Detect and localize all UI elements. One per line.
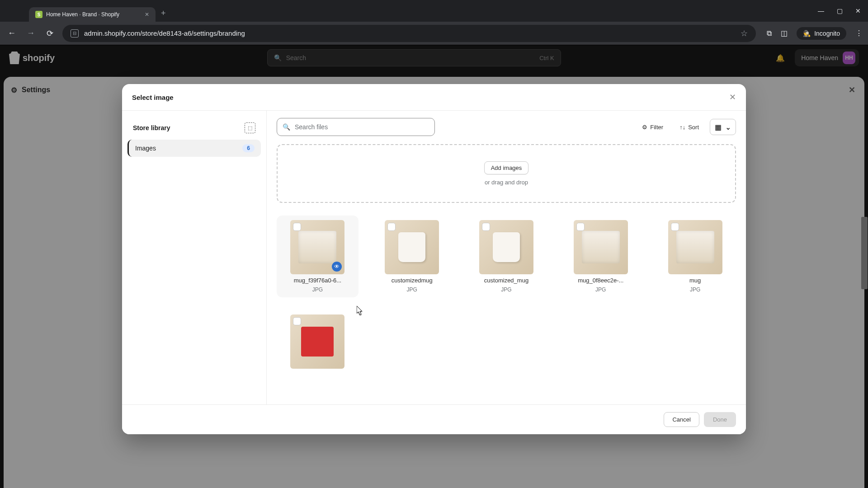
browser-menu-icon[interactable]: ⋮ xyxy=(855,29,863,38)
sort-label: Sort xyxy=(688,124,699,131)
address-bar: ← → ⟳ ⊟ admin.shopify.com/store/de8143-a… xyxy=(0,22,868,45)
library-main: 🔍 Search files ⚙ Filter ↑↓ Sort ▦ ⌄ xyxy=(267,111,746,404)
image-type: JPG xyxy=(501,286,511,293)
sort-icon: ↑↓ xyxy=(679,124,685,131)
filter-label: Filter xyxy=(650,124,663,131)
image-name: mug_f39f76a0-6... xyxy=(294,277,342,284)
modal-footer: Cancel Done xyxy=(122,404,746,434)
image-thumbnail[interactable] xyxy=(290,314,344,369)
chevron-down-icon: ⌄ xyxy=(725,123,731,131)
image-card[interactable]: 👁mug_f39f76a0-6...JPG xyxy=(277,216,359,297)
maximize-button[interactable]: ▢ xyxy=(837,7,843,14)
bookmark-icon[interactable]: ☆ xyxy=(741,28,748,38)
scrollbar-thumb[interactable] xyxy=(861,217,868,289)
view-toggle[interactable]: ▦ ⌄ xyxy=(710,119,736,135)
preview-icon[interactable]: 👁 xyxy=(332,262,342,272)
search-files-placeholder: Search files xyxy=(295,123,328,131)
thumbnail-image xyxy=(398,232,425,262)
image-count-badge: 6 xyxy=(242,144,255,152)
incognito-icon: 🕵 xyxy=(803,30,811,37)
media-sources-icon[interactable]: ⬚ xyxy=(245,122,255,133)
image-card[interactable] xyxy=(277,310,359,373)
search-files-input[interactable]: 🔍 Search files xyxy=(277,118,435,136)
page-scrollbar[interactable] xyxy=(861,45,868,488)
sidebar-item-images[interactable]: Images 6 xyxy=(127,140,261,157)
incognito-indicator[interactable]: 🕵 Incognito xyxy=(797,27,846,40)
image-card[interactable]: customized_mugJPG xyxy=(466,216,547,297)
grid-icon: ▦ xyxy=(715,123,722,131)
search-icon: 🔍 xyxy=(283,123,290,131)
thumbnail-image xyxy=(301,327,334,357)
dropzone[interactable]: Add images or drag and drop xyxy=(277,144,736,203)
image-type: JPG xyxy=(407,286,417,293)
filter-icon: ⚙ xyxy=(642,124,647,131)
site-settings-icon[interactable]: ⊟ xyxy=(71,29,79,38)
url-bar[interactable]: ⊟ admin.shopify.com/store/de8143-a6/sett… xyxy=(62,25,756,42)
thumbnail-image xyxy=(493,232,520,262)
modal-header: Select image ✕ xyxy=(122,84,746,111)
tab-close-icon[interactable]: ✕ xyxy=(145,11,149,18)
dropzone-hint: or drag and drop xyxy=(485,179,528,186)
shopify-favicon: S xyxy=(35,11,42,18)
image-checkbox[interactable] xyxy=(482,223,490,231)
library-title: Store library xyxy=(133,124,245,131)
window-controls: ― ▢ ✕ xyxy=(818,7,861,14)
image-thumbnail[interactable] xyxy=(574,220,628,274)
forward-button: → xyxy=(24,28,37,38)
image-checkbox[interactable] xyxy=(576,223,585,231)
image-checkbox[interactable] xyxy=(671,223,679,231)
back-button[interactable]: ← xyxy=(5,28,18,38)
extensions-icon[interactable]: ⧉ xyxy=(767,29,772,38)
sort-button[interactable]: ↑↓ Sort xyxy=(674,119,704,135)
select-image-modal: Select image ✕ Store library ⬚ Images 6 … xyxy=(122,84,746,434)
done-button[interactable]: Done xyxy=(704,412,736,427)
cancel-button[interactable]: Cancel xyxy=(664,412,699,427)
image-card[interactable]: mug_0f8eec2e-...JPG xyxy=(560,216,642,297)
side-panel-icon[interactable]: ◫ xyxy=(781,29,788,38)
modal-title: Select image xyxy=(132,94,174,101)
thumbnail-image xyxy=(676,231,714,263)
sidebar-item-label: Images xyxy=(135,145,156,152)
image-name: customized_mug xyxy=(484,277,528,284)
image-thumbnail[interactable] xyxy=(668,220,722,274)
browser-titlebar: S Home Haven · Brand · Shopify ✕ + ― ▢ ✕ xyxy=(0,0,868,22)
image-name: mug xyxy=(689,277,701,284)
incognito-label: Incognito xyxy=(814,30,840,37)
library-toolbar: 🔍 Search files ⚙ Filter ↑↓ Sort ▦ ⌄ xyxy=(277,118,736,136)
image-grid: 👁mug_f39f76a0-6...JPGcustomizedmugJPGcus… xyxy=(277,216,736,378)
filter-button[interactable]: ⚙ Filter xyxy=(637,119,669,135)
image-thumbnail[interactable] xyxy=(479,220,533,274)
image-card[interactable]: customizedmugJPG xyxy=(371,216,453,297)
thumbnail-image xyxy=(582,231,620,263)
image-checkbox[interactable] xyxy=(293,223,301,231)
browser-tab[interactable]: S Home Haven · Brand · Shopify ✕ xyxy=(29,7,156,22)
image-thumbnail[interactable] xyxy=(385,220,439,274)
image-checkbox[interactable] xyxy=(387,223,396,231)
image-type: JPG xyxy=(690,286,700,293)
image-card[interactable]: mugJPG xyxy=(654,216,736,297)
library-sidebar: Store library ⬚ Images 6 xyxy=(122,111,267,404)
modal-close-button[interactable]: ✕ xyxy=(729,92,736,102)
image-checkbox[interactable] xyxy=(293,317,301,325)
image-type: JPG xyxy=(312,286,323,293)
minimize-button[interactable]: ― xyxy=(818,7,824,14)
image-name: customizedmug xyxy=(392,277,433,284)
image-thumbnail[interactable]: 👁 xyxy=(290,220,344,274)
image-type: JPG xyxy=(595,286,606,293)
tab-title: Home Haven · Brand · Shopify xyxy=(46,11,141,18)
thumbnail-image xyxy=(298,231,336,263)
image-name: mug_0f8eec2e-... xyxy=(578,277,623,284)
reload-button[interactable]: ⟳ xyxy=(43,28,56,38)
url-text: admin.shopify.com/store/de8143-a6/settin… xyxy=(84,29,735,37)
new-tab-button[interactable]: + xyxy=(161,9,166,18)
close-window-button[interactable]: ✕ xyxy=(855,7,861,14)
add-images-button[interactable]: Add images xyxy=(484,161,529,174)
